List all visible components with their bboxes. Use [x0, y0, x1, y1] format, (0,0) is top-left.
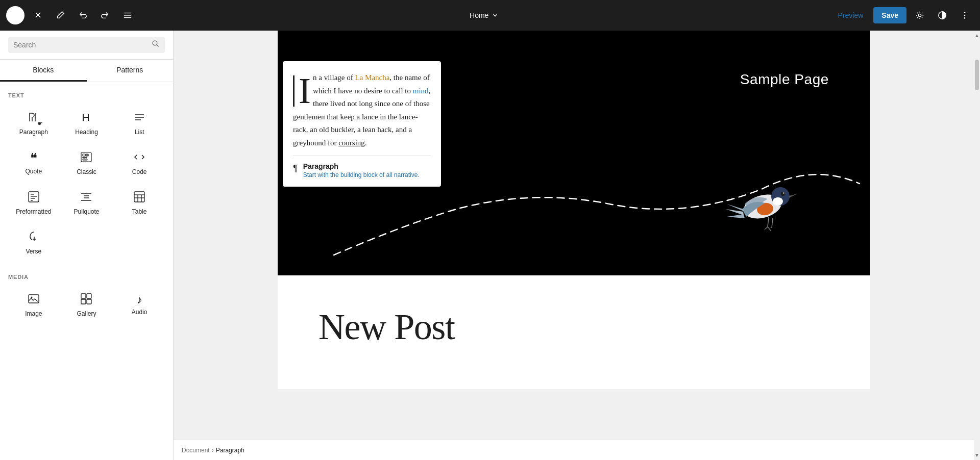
- paragraph-popup: I n a village of La Mancha, the name of …: [283, 61, 441, 187]
- drop-cap: I: [293, 75, 311, 107]
- media-blocks-grid: Image Gallery ♪: [8, 286, 165, 324]
- block-paragraph[interactable]: ☛ Paragraph: [8, 105, 59, 142]
- menu-button[interactable]: [118, 6, 137, 24]
- svg-point-5: [918, 14, 921, 16]
- verse-label: Verse: [26, 248, 41, 255]
- tab-patterns[interactable]: Patterns: [87, 60, 174, 82]
- new-post-title[interactable]: New Post: [318, 306, 829, 348]
- code-icon: [133, 151, 145, 165]
- svg-rect-43: [81, 299, 86, 304]
- audio-icon: ♪: [137, 294, 142, 305]
- svg-rect-41: [81, 294, 86, 298]
- more-options-button[interactable]: [955, 6, 974, 24]
- audio-label: Audio: [132, 309, 148, 316]
- tooltip-title: Paragraph: [303, 162, 420, 170]
- block-image[interactable]: Image: [8, 286, 59, 324]
- svg-rect-23: [29, 192, 39, 202]
- preview-button[interactable]: Preview: [832, 8, 870, 22]
- scroll-thumb[interactable]: [975, 60, 979, 90]
- svg-rect-19: [83, 157, 84, 158]
- scroll-down-arrow[interactable]: ▼: [974, 451, 979, 459]
- paragraph-text: I n a village of La Mancha, the name of …: [293, 71, 431, 149]
- canvas-scroll[interactable]: Sample Page I n a village of La Mancha, …: [174, 31, 974, 440]
- tab-blocks[interactable]: Blocks: [0, 60, 87, 82]
- breadcrumb-paragraph[interactable]: Paragraph: [216, 447, 244, 454]
- block-classic[interactable]: Classic: [61, 144, 112, 182]
- svg-point-7: [964, 12, 966, 13]
- scroll-track: [974, 39, 980, 451]
- sidebar-search-area: [0, 31, 173, 60]
- svg-point-47: [773, 197, 783, 206]
- svg-point-10: [153, 41, 157, 45]
- svg-rect-44: [87, 299, 91, 304]
- svg-line-54: [768, 227, 771, 231]
- paragraph-label: Paragraph: [19, 129, 48, 136]
- topbar-left-controls: W ✕: [6, 6, 137, 24]
- paragraph-tooltip: ¶ Paragraph Start with the building bloc…: [293, 156, 431, 178]
- list-label: List: [135, 129, 144, 136]
- block-table[interactable]: Table: [114, 184, 165, 222]
- sidebar: Blocks Patterns TEXT ☛ Paragraph: [0, 31, 174, 460]
- hero-section: Sample Page I n a village of La Mancha, …: [278, 31, 870, 275]
- scroll-up-arrow[interactable]: ▲: [974, 32, 979, 39]
- topbar-center: Home: [137, 8, 832, 22]
- svg-rect-39: [29, 295, 39, 303]
- section-text-label: TEXT: [8, 92, 165, 98]
- bottombar: Document › Paragraph: [174, 440, 974, 460]
- tooltip-desc: Start with the building block of all nar…: [303, 171, 420, 178]
- tooltip-content: Paragraph Start with the building block …: [303, 162, 420, 178]
- new-post-section: New Post: [278, 275, 870, 389]
- svg-line-51: [768, 217, 769, 227]
- close-button[interactable]: ✕: [29, 6, 47, 24]
- heading-icon: [80, 111, 92, 125]
- search-box: [8, 37, 165, 53]
- heading-label: Heading: [75, 129, 98, 136]
- search-icon: [152, 40, 160, 50]
- list-icon: [133, 111, 145, 125]
- settings-button[interactable]: [911, 6, 929, 24]
- search-input[interactable]: [13, 41, 148, 49]
- svg-rect-21: [86, 157, 87, 158]
- breadcrumb-document[interactable]: Document: [182, 447, 210, 454]
- block-quote[interactable]: ❝ Quote: [8, 144, 59, 182]
- bird-illustration: [717, 168, 808, 235]
- paragraph-icon: ☛: [28, 111, 40, 125]
- svg-point-40: [31, 297, 32, 298]
- block-verse[interactable]: Verse: [8, 224, 59, 262]
- classic-icon: [80, 151, 92, 165]
- block-heading[interactable]: Heading: [61, 105, 112, 142]
- edit-button[interactable]: [51, 6, 69, 24]
- svg-point-50: [783, 192, 784, 193]
- undo-button[interactable]: [74, 6, 92, 24]
- block-gallery[interactable]: Gallery: [61, 286, 112, 324]
- page-name-label: Home: [470, 11, 488, 19]
- image-icon: [28, 293, 40, 307]
- tooltip-paragraph-icon: ¶: [293, 163, 298, 174]
- right-scrollbar[interactable]: ▲ ▼: [974, 31, 980, 460]
- quote-label: Quote: [25, 168, 42, 175]
- verse-icon: [28, 231, 40, 245]
- classic-label: Classic: [77, 168, 96, 175]
- gallery-icon: [80, 293, 92, 307]
- table-label: Table: [132, 208, 147, 215]
- save-button[interactable]: Save: [873, 7, 906, 23]
- block-code[interactable]: Code: [114, 144, 165, 182]
- contrast-button[interactable]: [933, 6, 951, 24]
- block-audio[interactable]: ♪ Audio: [114, 286, 165, 324]
- breadcrumb-separator: ›: [212, 447, 214, 454]
- canvas-area: Sample Page I n a village of La Mancha, …: [174, 31, 974, 460]
- section-media-label: MEDIA: [8, 274, 165, 280]
- page-canvas: Sample Page I n a village of La Mancha, …: [278, 31, 870, 389]
- redo-button[interactable]: [96, 6, 114, 24]
- svg-rect-32: [134, 192, 144, 202]
- block-preformatted[interactable]: Preformatted: [8, 184, 59, 222]
- block-pullquote[interactable]: Pullquote: [61, 184, 112, 222]
- sidebar-tabs: Blocks Patterns: [0, 60, 173, 82]
- preformatted-label: Preformatted: [16, 208, 51, 215]
- svg-point-49: [781, 192, 785, 196]
- wp-logo[interactable]: W: [6, 6, 24, 24]
- block-list[interactable]: List: [114, 105, 165, 142]
- page-nav-button[interactable]: Home: [463, 8, 505, 22]
- preformatted-icon: [28, 191, 40, 205]
- svg-point-8: [964, 15, 966, 16]
